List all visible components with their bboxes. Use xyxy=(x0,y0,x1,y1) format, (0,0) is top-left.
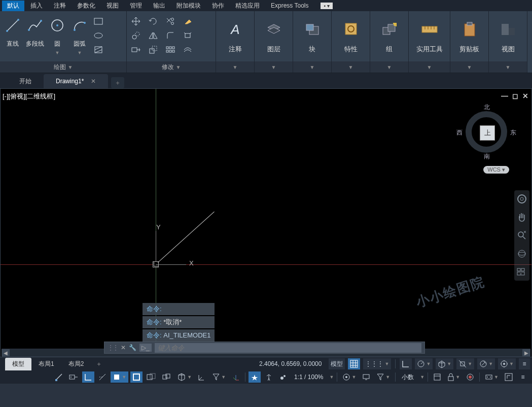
menu-addins[interactable]: 附加模块 xyxy=(171,1,206,11)
annotation-scale-dropdown[interactable] xyxy=(277,371,289,383)
isodraft-toggle[interactable]: ▼ xyxy=(436,358,453,369)
model-space-button[interactable]: 模型 xyxy=(329,358,345,369)
move-icon[interactable] xyxy=(130,16,142,26)
polar-toggle[interactable]: ▼ xyxy=(415,358,433,369)
menu-output[interactable]: 输出 xyxy=(148,1,170,11)
snap-toggle[interactable]: ⋮⋮⋮▼ xyxy=(363,358,391,369)
offset-icon[interactable] xyxy=(182,45,194,55)
drawing-canvas[interactable]: [-][俯视][二维线框] — ◻ ✕ Y X 小小绘图院 上 北 南 西 东 … xyxy=(0,88,532,357)
pan-icon[interactable] xyxy=(516,212,527,223)
ellipse-icon[interactable] xyxy=(92,30,104,41)
explode-icon[interactable] xyxy=(182,30,194,41)
menu-parametric[interactable]: 参数化 xyxy=(72,1,100,11)
annotation-scale-toggle[interactable]: ▼ xyxy=(477,358,495,369)
hatch-icon[interactable] xyxy=(92,45,104,55)
chevron-down-icon[interactable]: ▼ xyxy=(420,375,424,380)
wcs-badge[interactable]: WCS ▾ xyxy=(483,166,509,174)
layout-tab-layout2[interactable]: 布局2 xyxy=(61,358,91,370)
ribbon-panel-view[interactable]: 视图 ▼ xyxy=(489,11,527,73)
erase-icon[interactable] xyxy=(182,16,194,26)
clean-screen-icon[interactable] xyxy=(503,371,515,383)
osnap-toggle[interactable]: ▼ xyxy=(456,358,474,369)
maximize-icon[interactable]: ◻ xyxy=(512,92,518,100)
fillet-icon[interactable] xyxy=(164,30,176,41)
selection-filter-toggle[interactable]: ▼ xyxy=(210,371,228,383)
drawn-line-entity[interactable] xyxy=(158,212,215,263)
ribbon-panel-properties[interactable]: 特性 ▼ xyxy=(332,11,370,73)
object-snap-tracking-toggle[interactable] xyxy=(96,371,109,383)
menu-manage[interactable]: 管理 xyxy=(125,1,147,11)
zoom-icon[interactable] xyxy=(516,230,527,241)
tool-line[interactable]: 直线 xyxy=(3,13,22,48)
steering-wheel-icon[interactable] xyxy=(516,193,527,205)
close-icon[interactable]: ✕ xyxy=(121,344,126,351)
tab-drawing1[interactable]: Drawing1* ✕ xyxy=(44,74,108,88)
close-icon[interactable]: ✕ xyxy=(522,92,528,100)
menu-view[interactable]: 视图 xyxy=(101,1,124,11)
gizmo-toggle[interactable] xyxy=(230,371,242,383)
lineweight-toggle[interactable] xyxy=(130,371,143,383)
customize-status-icon[interactable]: ≡ xyxy=(519,358,530,369)
rectangle-icon[interactable] xyxy=(92,16,104,26)
modify-panel-footer[interactable]: 修改▼ xyxy=(127,61,216,73)
layout-tab-layout1[interactable]: 布局1 xyxy=(31,358,61,370)
ribbon-panel-clipboard[interactable]: 剪贴板 ▼ xyxy=(450,11,489,73)
draw-panel-footer[interactable]: 绘图▼ xyxy=(0,61,126,73)
ribbon-panel-annotate[interactable]: A注释 ▼ xyxy=(216,11,255,73)
minimize-icon[interactable]: — xyxy=(501,92,508,100)
trim-icon[interactable] xyxy=(164,16,176,26)
tab-start[interactable]: 开始 xyxy=(7,74,44,88)
compass-south[interactable]: 南 xyxy=(484,152,490,161)
rotate-icon[interactable] xyxy=(147,16,159,26)
autoscale-toggle[interactable]: A xyxy=(263,371,275,383)
annotation-monitor-icon[interactable] xyxy=(360,371,372,383)
viewcube-top-face[interactable]: 上 xyxy=(480,125,495,141)
showmotion-icon[interactable] xyxy=(516,266,527,278)
workspace-switching-icon[interactable]: ▼ xyxy=(340,371,358,383)
isolate-objects-icon[interactable] xyxy=(464,371,476,383)
osnap-status-toggle[interactable]: ▼ xyxy=(111,371,128,383)
compass-east[interactable]: 东 xyxy=(510,128,516,137)
workspace-toggle[interactable]: ▼ xyxy=(498,358,516,369)
menu-express[interactable]: Express Tools xyxy=(266,1,313,10)
orbit-icon[interactable] xyxy=(516,248,527,259)
grip-icon[interactable]: ⋮⋮ xyxy=(108,344,118,351)
menu-collab[interactable]: 协作 xyxy=(207,1,229,11)
menu-default[interactable]: 默认 xyxy=(2,1,24,11)
close-icon[interactable]: ✕ xyxy=(91,78,96,85)
filter-icon[interactable]: ▼ xyxy=(374,371,392,383)
customization-icon[interactable]: ≡ xyxy=(517,371,529,383)
scroll-right-icon[interactable]: ▶ xyxy=(522,349,530,356)
scale-icon[interactable] xyxy=(147,45,159,55)
grid-toggle[interactable] xyxy=(348,358,360,369)
layout-tab-model[interactable]: 模型 xyxy=(5,358,31,370)
menu-insert[interactable]: 插入 xyxy=(25,1,48,11)
ribbon-panel-block[interactable]: 块 ▼ xyxy=(293,11,332,73)
units-readout[interactable]: 小数 xyxy=(399,373,417,382)
menu-annotate[interactable]: 注释 xyxy=(49,1,71,11)
tool-arc[interactable]: 圆弧 ▼ xyxy=(70,13,89,55)
menu-featured[interactable]: 精选应用 xyxy=(230,1,265,11)
ribbon-panel-group[interactable]: 组 ▼ xyxy=(370,11,409,73)
ortho-toggle[interactable] xyxy=(400,358,412,369)
command-input[interactable] xyxy=(155,343,421,353)
hardware-acceleration-icon[interactable]: ▼ xyxy=(483,371,501,383)
quick-properties-icon[interactable] xyxy=(431,371,443,383)
ortho-status-toggle[interactable] xyxy=(82,371,94,383)
menu-overflow-icon[interactable]: ▪ ▾ xyxy=(321,3,332,9)
scroll-left-icon[interactable]: ◀ xyxy=(2,349,10,356)
tool-circle[interactable]: 圆 ▼ xyxy=(48,13,67,55)
infer-constraints-toggle[interactable] xyxy=(53,371,65,383)
scale-readout[interactable]: 1:1 / 100% xyxy=(291,374,326,381)
tool-polyline[interactable]: 多段线 xyxy=(25,13,45,48)
dynamic-input-toggle[interactable] xyxy=(67,371,80,383)
chevron-down-icon[interactable]: ▼ xyxy=(329,375,334,380)
wrench-icon[interactable]: 🔧 xyxy=(129,344,136,351)
3d-osnap-toggle[interactable]: ▼ xyxy=(175,371,194,383)
transparency-toggle[interactable] xyxy=(145,371,158,383)
add-layout-button[interactable]: ＋ xyxy=(91,358,107,370)
copy-icon[interactable] xyxy=(130,30,142,41)
stretch-icon[interactable] xyxy=(130,45,142,55)
viewcube[interactable]: 上 北 南 西 东 xyxy=(458,104,514,160)
ribbon-panel-layers[interactable]: 图层 ▼ xyxy=(255,11,293,73)
